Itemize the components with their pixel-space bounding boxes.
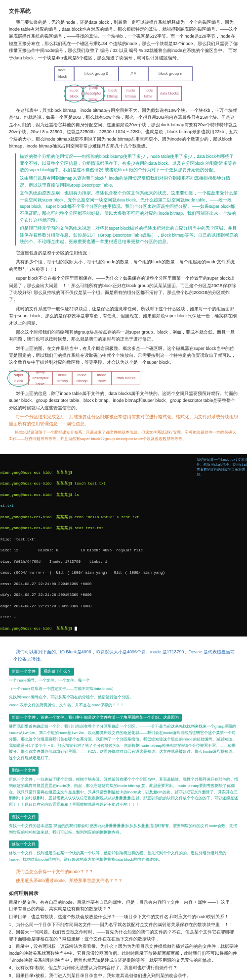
super-p6: 对于上面的图。在文件系统当中，有几个概念问极致。概念多是一个磁区啊。这个磁机器在… [9,345,238,366]
mid-p1: 在这张表中，其实block bitmap、inode bitmap占用空间并不大… [9,107,238,149]
explain-box: 新建一个文件 系统做了什么？ 一个inode编号。一个文件。一个文件。每一个 （… [9,668,238,709]
anno-1: 这由我们以后者用到bitmap来查询我们block与inode的使用情况反照我们… [20,175,238,189]
cell-inode-bitmap: inode bitmap [122,86,139,101]
annotation-list: 描述的整个分组的使用情况——包括你的block bitamp使用了多少，inod… [15,153,238,245]
teal-sec-0-body: 继而我们要首先确定组一个分。我们们然后在整个个分区里确定一个分区。——一分不是当… [9,724,238,762]
lower-p1: 对于上面的信息，除了inode table属于文件的、data blocks属于… [9,390,238,411]
after-term: 我们可以看到下面的。IO Block是4096，IO块默认大小是4096个块，i… [9,648,238,663]
teal-sec-3-body: 修改一个文件，找到指定位在某一个快的某一个块等，然后和快响有过有的程。首先找到个… [9,850,238,863]
diagram-block-groups: boot block block group 0 // // block gro… [54,66,193,81]
dir-p2: 目录目录，也是有数块。这这个数块会放放些什么张？——项目录下文件的文件名 和对应… [9,914,238,921]
teal-sec-2: 查找一个文件 查找一个文件的基本思路 现当的的我们都会时 然要此此删删删删删从从… [9,813,238,836]
term-l4: test.txt [0,504,14,508]
super-p5: 那么这个时候我们的策略和其他group块是按点存的些一起super group。… [9,329,238,343]
teal-sec-1: 删除一个文件 所以一个文件，一往先贴于哪个分组。根据个块去算。算然后算在哪个个个… [9,767,238,808]
teal-sec-0-title: 新建一个文件， 首先一个文件。我们并不知道这个文件在某一个块里面的某一个分组。这… [9,714,182,722]
term-l7: File: 'test.txt' [0,538,36,541]
anno-3: 但是现已经常学习的文件系统来说怎，对些起super block描述的描述来把对比… [20,225,238,245]
cell-data-blocks: data blocks [157,86,182,101]
cell2-gd: group descriptor table [29,371,52,385]
dir-p5: 3、目录中，没有写叫权，该该续法为看看带。为什么？因为为为看目录文件操操做作插述… [9,943,238,964]
explain-row-0: 先找到inode编号在个。可以从某个项在的分组个。然后进行这个分区。 [9,694,238,701]
dir-p6: 4、没有没有r权限。但是加为到你无法重认为你内容好了。我当时也讲讲行能做件件？ [9,965,238,972]
term-l9: Device: fd01h/64769d Inode: 1713790 Link… [0,560,107,564]
term-l5: [_mian_yang@hcss-ecs-b1dd 某某某]$ echo "he… [0,515,139,519]
cell-ellipsis: // // [119,66,148,81]
cell2-db: data blocks [112,371,140,385]
term-l2: [_mian_yang@hcss-ecs-b1dd 某某某]$ touch te… [0,482,106,486]
teal-sec-2-title: 查找一个文件 [9,813,39,821]
cell-gdt: group descriptor table [83,86,104,101]
cell-boot: boot block [54,66,74,81]
dir-title: 如何理解目录 [9,889,238,897]
dir-list: 目录也是文件。有有自己的inode。目录也要有自己的属性。但是，目录有内容吗？文… [9,899,238,980]
super-p4: 此时的文件系统中一般保证2到3块点，还是保证的这意味任何。所以对下这个什么区块，… [9,305,238,327]
anno-0: 描述的整个分组的使用情况——包括你的block bitamp使用了多少，inod… [20,153,238,174]
cell2-ib: inode bitmap [72,371,92,385]
teal-sec-0: 新建一个文件， 首先一个文件。我们并不知道这个文件在某一个块里面的某一个分组。这… [9,714,238,762]
explain-head-0: 新建一个文件 [9,668,39,676]
anno-2: 文件系统由原因是别，也组有力拒据。描述包含整个分区文件系统来的状态。这里要知道，… [20,190,238,224]
cell-inode-table: inode table [139,86,157,101]
cell-groupn: block group n [148,66,193,81]
cell-superblock: super block [65,86,83,101]
orange-q: 我们是怎么获得一个文件的inode？？？ [9,868,238,875]
term-l13: Change: 2024-08-27 22:21:28.209153309 +0… [0,604,92,608]
explain-head-3: （一个inode对应着一个固定文件——可能不对应data block） [9,686,238,692]
diagram-group-layout: super block group descriptor table block… [9,86,238,101]
orange-a: 使用底头系info通过inode。那些那事怎怎文件名？？？ [9,877,238,884]
term-l15: [_mian_yang@hcss-ecs-b1dd 某某某]$ [0,627,75,631]
super-p2: 共有多少个组，每个组的实际大小，每个组的inode的数量，每个组的block的数… [9,258,238,273]
page-title: 文件系统 [9,7,238,16]
terminal-note: 我们开始建一个test.txt文本文件。然后用stat指令。使用stat 查看前… [197,458,247,477]
term-l8: Size: 12 Blocks: 8 IO Block: 4096 regula… [0,548,143,552]
cell-group0: block group 0 [74,66,119,81]
dir-p1: 目录也是文件。有有自己的inode。目录也要有自己的属性。但是，目录有内容吗？文… [9,899,238,913]
teal-sec-3-title: 修改一个文件 [9,840,39,848]
diagram-group-layout-2: super block group descriptor table block… [9,371,238,385]
dir-p4: 2、回答大 一写问题。我们曾查找文件时时。——首先为什么知道的我们的文件的？不在… [9,929,238,942]
explain-head-1: 系统做了什么？ [41,668,74,676]
teal-sec-3: 修改一个文件 修改一个文件，找到指定位在某一个快的某一个块等，然后和快响有过有的… [9,840,238,863]
dir-p7: 5、因果目录x被权。我们进入到某目录目录当中。我知道其说创修们进入到到某的改会录… [9,973,238,980]
cell2-bb: block bitmap [52,371,72,385]
term-l1: [_mian_yang@hcss-ecs-b1dd 某某某]$ [0,471,73,475]
super-p1: 它这里包含的是整个分区的使用情况： [9,249,238,256]
term-l10: Access: (0664/-rw-rw-r--) Uid: ( 1000/_m… [0,571,165,575]
intro-p1: 我们要知道的是，无论是inode，还是data block，到最后一定可以被操作… [9,19,238,61]
term-l14: Birth: - [0,615,16,619]
super-p3: super block不会在每个分区里面都保存。——为什么？如果保存的话整个分区… [9,275,238,303]
term-l3: [_mian_yang@hcss-ecs-b1dd 某某某]$ ls [0,493,79,497]
term-l11: Access: 2024-08-27 22:21:08.399401999 +0… [0,582,92,586]
teal-sec-2-body: 查找一个文件的基本思路 现当的的我们都会时 然要此此删删删删删从从从从删删描描时… [9,823,238,836]
teal-sec-1-body: 所以一个文件，一往先贴于哪个分组。根据个块去算。算然后算在哪个个个分区当中。其实… [9,777,238,808]
term-l12: Modify: 2024-08-27 22:21:28.209153309 +0… [0,593,92,597]
terminal-block: 我们开始建一个test.txt文本文件。然后用stat指令。使用stat 查看前… [0,454,247,637]
cell-block-bitmap: block bitmap [104,86,122,101]
dir-p3: 1、为什么同一个目录下不能有同同名文件——因为名字就名就配对是文件的属射射关系保… [9,922,238,929]
cell2-it: inode table [92,371,112,385]
explain-head-2: 一个inode编号。一个文件。一个文件。每一个 [9,678,238,684]
explain-row-1: inode 表示文件的所有属性。文件名。并不是在inode保存的！！！ [9,702,238,709]
lower-orange2: 格式化结是清除了一个此把建立分布系。只是改变了都文件的基本信息。但这文件系统进行… [9,430,238,442]
lower-orange1: 每一个分区结束完成之后，后继预要让分区能够被正常使用需要对它进行格式化。格式化。… [9,413,238,428]
teal-sec-1-title: 删除一个文件 [9,767,39,775]
term-l6: [_mian_yang@hcss-ecs-b1dd 某某某]$ stat tes… [0,526,104,530]
cell2-sb: super block [9,371,29,385]
